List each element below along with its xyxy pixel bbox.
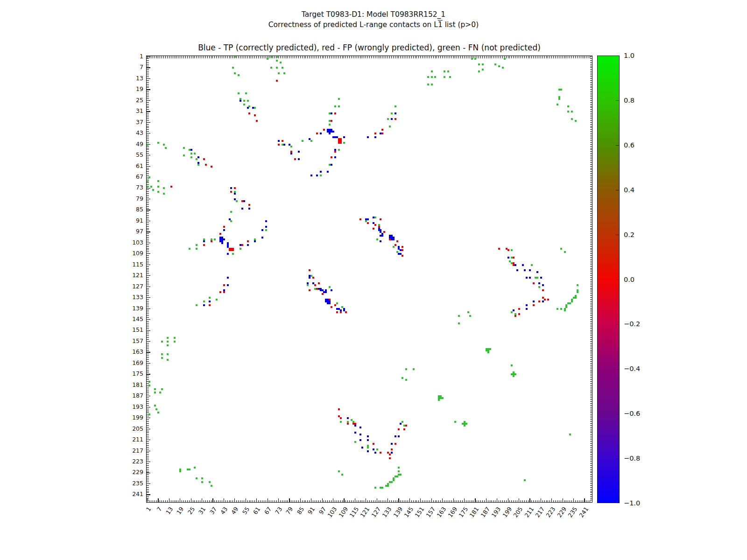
contact-marker-g bbox=[290, 146, 292, 147]
contact-marker-g bbox=[374, 217, 376, 218]
contact-marker-b bbox=[265, 220, 267, 222]
contact-marker-r bbox=[232, 249, 234, 251]
contact-marker-b bbox=[240, 100, 241, 102]
contact-marker-g bbox=[467, 311, 469, 313]
contact-marker-g bbox=[393, 246, 395, 248]
contact-marker-g bbox=[232, 253, 234, 255]
contact-marker-b bbox=[254, 240, 256, 242]
contact-marker-b bbox=[243, 200, 245, 202]
y-tick-label: 121 bbox=[115, 272, 143, 279]
contact-marker-g bbox=[438, 399, 440, 401]
colorbar-tick bbox=[616, 280, 619, 280]
contact-marker-g bbox=[474, 58, 476, 60]
contact-marker-r bbox=[247, 240, 249, 242]
contact-marker-g bbox=[444, 70, 445, 72]
contact-marker-g bbox=[147, 144, 148, 146]
contact-marker-r bbox=[391, 448, 393, 450]
contact-marker-r bbox=[256, 120, 258, 122]
colorbar-tick-label: 0.4 bbox=[624, 186, 652, 194]
colorbar-tick-label: −1.0 bbox=[624, 499, 652, 507]
contact-marker-b bbox=[516, 269, 518, 271]
contact-marker-b bbox=[354, 425, 356, 427]
colorbar-tick-label: −0.8 bbox=[624, 454, 652, 462]
contact-marker-g bbox=[557, 308, 558, 310]
contact-marker-g bbox=[571, 301, 573, 302]
contact-marker-g bbox=[571, 111, 573, 112]
contact-marker-b bbox=[331, 289, 332, 291]
contact-marker-g bbox=[161, 353, 163, 355]
contact-marker-g bbox=[214, 238, 216, 240]
contact-marker-g bbox=[393, 477, 395, 479]
contact-marker-g bbox=[489, 348, 491, 350]
y-tick-label: 19 bbox=[115, 85, 143, 93]
contact-marker-r bbox=[314, 284, 316, 286]
contact-marker-g bbox=[393, 479, 395, 481]
contact-marker-b bbox=[391, 118, 393, 120]
contact-marker-r bbox=[211, 240, 212, 242]
contact-marker-g bbox=[148, 385, 150, 386]
contact-marker-r bbox=[241, 244, 243, 246]
contact-marker-g bbox=[211, 485, 212, 487]
contact-marker-g bbox=[504, 58, 506, 60]
contact-marker-g bbox=[389, 126, 391, 127]
contact-marker-r bbox=[294, 158, 296, 160]
y-tick-label: 229 bbox=[115, 469, 143, 476]
contact-marker-g bbox=[482, 69, 484, 70]
contact-marker-b bbox=[227, 284, 229, 286]
contact-marker-g bbox=[283, 72, 285, 74]
contact-marker-g bbox=[196, 304, 197, 306]
contact-marker-b bbox=[234, 193, 236, 195]
contact-marker-r bbox=[345, 311, 347, 313]
colorbar-tick-label: 1.0 bbox=[624, 51, 652, 60]
contact-marker-g bbox=[161, 388, 163, 390]
contact-marker-g bbox=[575, 297, 577, 299]
y-tick-label: 43 bbox=[115, 129, 143, 137]
contact-marker-g bbox=[248, 105, 250, 107]
y-tick-label: 241 bbox=[115, 490, 143, 498]
subtitle-overline-1: 1 bbox=[438, 21, 443, 29]
contact-marker-g bbox=[302, 140, 303, 142]
contact-marker-g bbox=[567, 302, 569, 304]
contact-marker-b bbox=[248, 208, 250, 210]
contact-marker-g bbox=[338, 105, 340, 107]
contact-marker-r bbox=[402, 249, 403, 251]
contact-marker-g bbox=[174, 341, 176, 343]
y-tick-label: 85 bbox=[115, 206, 143, 213]
contact-marker-r bbox=[309, 269, 310, 271]
contact-marker-r bbox=[331, 156, 332, 158]
colorbar-tick bbox=[616, 190, 619, 190]
contact-marker-b bbox=[247, 107, 249, 109]
y-tick-label: 133 bbox=[115, 294, 143, 301]
contact-marker-r bbox=[374, 224, 376, 226]
contact-marker-g bbox=[564, 309, 566, 311]
contact-marker-b bbox=[367, 450, 369, 452]
contact-marker-g bbox=[560, 248, 562, 250]
contact-marker-g bbox=[458, 322, 460, 324]
contact-marker-g bbox=[338, 98, 340, 100]
contact-marker-g bbox=[442, 397, 444, 399]
contact-marker-g bbox=[400, 474, 402, 476]
contact-marker-g bbox=[569, 434, 571, 435]
contact-marker-g bbox=[147, 180, 148, 182]
contact-marker-r bbox=[380, 452, 381, 454]
contact-marker-r bbox=[336, 311, 338, 313]
contact-marker-r bbox=[381, 129, 383, 131]
contact-marker-g bbox=[560, 308, 562, 310]
contact-marker-b bbox=[359, 427, 361, 428]
contact-marker-g bbox=[183, 147, 185, 149]
contact-marker-b bbox=[361, 447, 363, 448]
y-tick-label: 217 bbox=[115, 447, 143, 455]
y-tick-label: 157 bbox=[115, 337, 143, 345]
contact-marker-b bbox=[329, 133, 331, 134]
y-tick-label: 97 bbox=[115, 228, 143, 235]
contact-marker-g bbox=[243, 104, 245, 105]
contact-marker-b bbox=[278, 140, 280, 142]
y-tick-label: 163 bbox=[115, 348, 143, 356]
contact-marker-r bbox=[347, 423, 349, 425]
contact-marker-g bbox=[431, 84, 433, 85]
figure-subtitle: Correctness of predicted L-range contact… bbox=[0, 21, 747, 29]
contact-marker-g bbox=[174, 337, 176, 339]
contact-marker-g bbox=[230, 220, 232, 222]
contact-marker-b bbox=[316, 175, 318, 176]
contact-marker-r bbox=[282, 140, 283, 142]
